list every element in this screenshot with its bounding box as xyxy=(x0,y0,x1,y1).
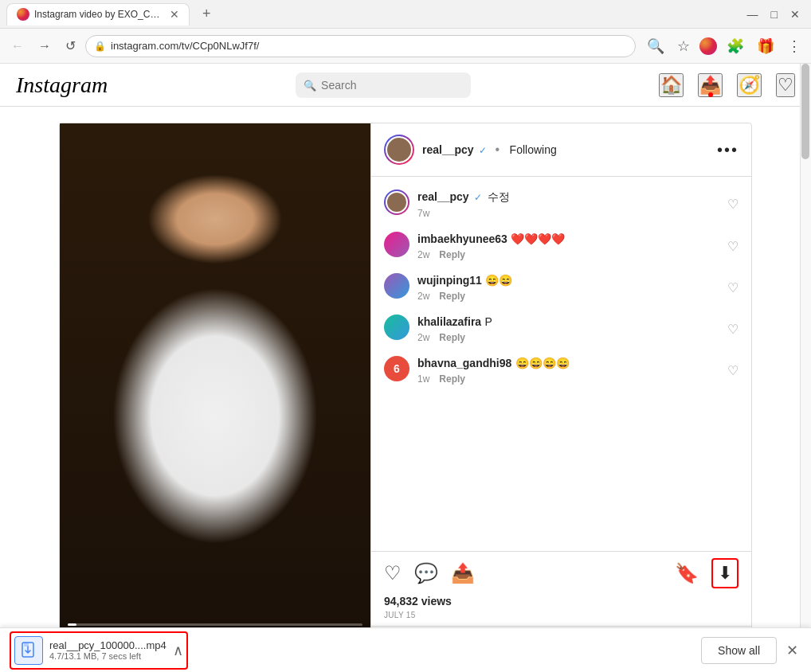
following-text[interactable]: Following xyxy=(510,143,557,156)
profile-icon[interactable] xyxy=(699,37,717,55)
scrollbar-thumb[interactable] xyxy=(801,64,809,159)
comment-username[interactable]: imbaekhyunee63 xyxy=(417,232,507,245)
comment-like-button[interactable]: ♡ xyxy=(727,280,739,295)
forward-button[interactable]: → xyxy=(33,36,56,57)
post-username[interactable]: real__pcy xyxy=(422,143,474,156)
comment-time: 7w xyxy=(417,208,429,219)
comment-avatar xyxy=(384,189,409,215)
download-expand-button[interactable]: ∧ xyxy=(173,642,183,659)
address-bar[interactable]: 🔒 instagram.com/tv/CCp0NLwJf7f/ xyxy=(85,35,636,57)
show-all-button[interactable]: Show all xyxy=(701,637,777,664)
dot-separator: • xyxy=(496,143,500,156)
comment-meta: 2w Reply xyxy=(417,291,719,302)
comment-button[interactable]: 💬 xyxy=(414,562,438,584)
comment-content: wujinping11 😄😄 2w Reply xyxy=(417,273,719,302)
url-protocol: instagram.com xyxy=(111,40,178,52)
video-frame xyxy=(60,123,370,655)
comment-username[interactable]: khalilazafira xyxy=(417,315,481,328)
search-input[interactable] xyxy=(296,72,471,98)
send-nav-button[interactable]: 📤 xyxy=(698,73,723,97)
reply-button[interactable]: Reply xyxy=(439,373,465,385)
close-download-bar-button[interactable]: ✕ xyxy=(783,639,801,662)
comment-time: 1w xyxy=(417,373,429,385)
tab-favicon xyxy=(17,8,29,21)
post-date: JULY 15 xyxy=(384,611,739,619)
comment-meta: 2w Reply xyxy=(417,249,719,260)
browser-navbar: ← → ↺ 🔒 instagram.com/tv/CCp0NLwJf7f/ 🔍 … xyxy=(0,29,811,64)
post-container: ▶ 0:00 / 1:41 🔊 ⛶ ⋮ xyxy=(59,123,752,656)
explore-nav-button[interactable]: 🧭 xyxy=(737,73,762,97)
comments-area[interactable]: real__pcy ✓ 수정 7w ♡ imbaek xyxy=(371,177,751,551)
window-controls: — □ ✕ xyxy=(742,5,805,24)
browser-scrollbar[interactable] xyxy=(800,64,811,672)
comment-text: 수정 xyxy=(488,190,510,203)
comment-item: khalilazafira P 2w Reply ♡ xyxy=(384,315,739,343)
download-file-icon xyxy=(14,636,43,665)
comment-like-button[interactable]: ♡ xyxy=(727,322,739,337)
comment-meta: 2w Reply xyxy=(417,332,719,343)
like-button[interactable]: ♡ xyxy=(384,562,402,584)
reply-button[interactable]: Reply xyxy=(439,291,465,302)
share-button[interactable]: 📤 xyxy=(451,562,475,584)
action-icons-row: ♡ 💬 📤 🔖 ⬇ xyxy=(384,558,739,588)
new-tab-button[interactable]: + xyxy=(196,6,217,22)
avatar-inner xyxy=(386,136,413,163)
reply-button[interactable]: Reply xyxy=(439,249,465,260)
comment-content: bhavna_gandhi98 😄😄😄😄 1w Reply xyxy=(417,356,719,385)
comment-item: imbaekhyunee63 ❤️❤️❤️❤️ 2w Reply ♡ xyxy=(384,232,739,260)
more-button[interactable]: ⋮ xyxy=(784,36,805,57)
file-icon-svg xyxy=(21,642,37,659)
search-wrapper: 🔍 xyxy=(296,72,471,98)
comment-like-button[interactable]: ♡ xyxy=(727,363,739,378)
comment-content: real__pcy ✓ 수정 7w xyxy=(417,189,719,219)
instagram-page: Instagram 🔍 🏠 📤 🧭 ♡ xyxy=(0,64,811,672)
comment-item: wujinping11 😄😄 2w Reply ♡ xyxy=(384,273,739,302)
comment-text: P xyxy=(485,315,492,328)
download-bar: real__pcy_100000....mp4 4.7/13.1 MB, 7 s… xyxy=(0,627,811,672)
window-minimize-button[interactable]: — xyxy=(742,5,763,24)
download-item-highlighted: real__pcy_100000....mp4 4.7/13.1 MB, 7 s… xyxy=(10,631,188,670)
notification-dot xyxy=(708,92,713,97)
post-more-button[interactable]: ••• xyxy=(717,141,739,159)
comment-username[interactable]: real__pcy xyxy=(417,190,469,203)
instagram-header: Instagram 🔍 🏠 📤 🧭 ♡ xyxy=(0,64,811,107)
tab-title: Instagram video by EXO_CY • Jul xyxy=(34,9,162,20)
comment-avatar xyxy=(384,232,409,257)
browser-tab[interactable]: Instagram video by EXO_CY • Jul ✕ xyxy=(6,3,190,25)
comment-meta: 7w xyxy=(417,208,719,219)
reply-button[interactable]: Reply xyxy=(439,332,465,343)
search-button[interactable]: 🔍 xyxy=(644,36,668,57)
browser-nav-icons: 🔍 ☆ 🧩 🎁 ⋮ xyxy=(644,36,805,57)
instagram-nav-icons: 🏠 📤 🧭 ♡ xyxy=(659,73,795,97)
comment-item: real__pcy ✓ 수정 7w ♡ xyxy=(384,189,739,219)
comment-time: 2w xyxy=(417,291,429,302)
comment-username[interactable]: wujinping11 xyxy=(417,274,482,287)
lock-icon: 🔒 xyxy=(94,41,106,52)
reward-button[interactable]: 🎁 xyxy=(754,36,778,57)
home-nav-button[interactable]: 🏠 xyxy=(659,73,684,97)
comment-content: imbaekhyunee63 ❤️❤️❤️❤️ 2w Reply xyxy=(417,232,719,260)
window-close-button[interactable]: ✕ xyxy=(786,5,805,24)
bookmark-button[interactable]: 🔖 xyxy=(675,562,699,584)
svg-rect-1 xyxy=(24,643,29,647)
heart-nav-button[interactable]: ♡ xyxy=(776,73,795,97)
video-thumbnail xyxy=(60,123,370,655)
extensions-button[interactable]: 🧩 xyxy=(723,36,747,57)
progress-bar-container[interactable] xyxy=(68,623,362,626)
back-button[interactable]: ← xyxy=(6,36,29,57)
reload-button[interactable]: ↺ xyxy=(61,35,80,57)
download-button[interactable]: ⬇ xyxy=(711,558,739,588)
comment-text: 😄😄 xyxy=(485,274,512,287)
instagram-content: ▶ 0:00 / 1:41 🔊 ⛶ ⋮ xyxy=(0,107,811,672)
comment-time: 2w xyxy=(417,249,429,260)
comment-content: khalilazafira P 2w Reply xyxy=(417,315,719,343)
comment-avatar: 6 xyxy=(384,356,409,381)
search-icon: 🔍 xyxy=(304,79,316,91)
window-maximize-button[interactable]: □ xyxy=(766,5,782,24)
comment-like-button[interactable]: ♡ xyxy=(727,197,739,212)
post-author-avatar xyxy=(384,135,414,165)
tab-close-button[interactable]: ✕ xyxy=(170,8,179,21)
bookmark-button[interactable]: ☆ xyxy=(674,36,693,57)
comment-like-button[interactable]: ♡ xyxy=(727,239,739,254)
comment-username[interactable]: bhavna_gandhi98 xyxy=(417,357,511,369)
